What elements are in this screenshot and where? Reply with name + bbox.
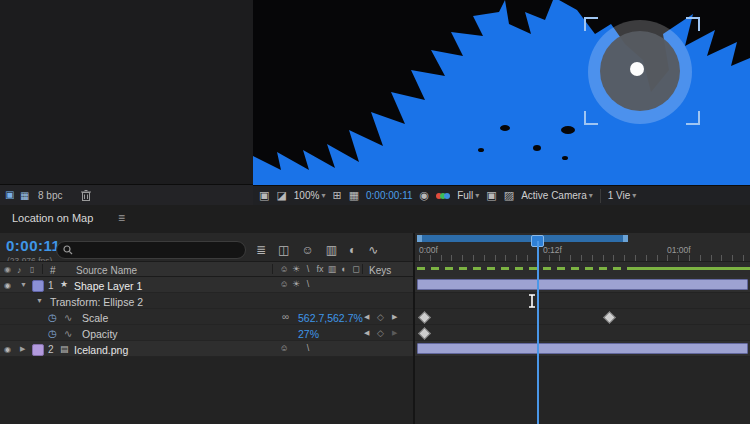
prev-keyframe-icon[interactable]: ◀ [364,313,369,321]
layer-duration-bar[interactable] [417,343,748,354]
shy-switch-icon[interactable]: ☺ [278,279,290,289]
search-icon [63,245,73,255]
layer-number-header[interactable]: # [50,265,56,276]
resolution-dropdown[interactable]: Full▾ [457,190,479,201]
opacity-value[interactable]: 27% [298,328,319,340]
graph-editor-icon[interactable]: ∿ [368,244,378,256]
shape-layer-icon: ★ [60,279,68,289]
header-3d-icon[interactable]: ◻ [350,264,362,274]
transparency-grid-icon[interactable]: ▨ [504,190,514,201]
snapshot-icon[interactable]: ◉ [420,190,430,201]
project-icon[interactable]: ▣ [5,190,14,200]
channels-icon[interactable] [436,193,450,199]
layer-name[interactable]: Iceland.png [74,344,128,356]
current-time-display[interactable]: 0:00:11 [6,237,60,254]
label-color-chip[interactable] [32,344,44,356]
panel-menu-icon[interactable]: ≡ [118,211,125,225]
track-row-shape-layer[interactable] [415,277,750,293]
header-collapse-icon[interactable]: ☀ [290,264,302,274]
header-shy-icon[interactable]: ☺ [278,264,290,274]
keyframe-diamond[interactable] [418,327,431,340]
switches-header: ☺ ☀ \ fx ▥ ◐ ◻ [278,264,362,274]
always-preview-icon[interactable]: ▣ [259,190,269,201]
scale-label[interactable]: Scale [82,312,108,324]
magnification-dropdown[interactable]: 100%▾ [294,190,326,201]
header-motion-blur-icon[interactable]: ◐ [338,264,350,274]
add-keyframe-icon[interactable]: ◇ [377,312,384,322]
transform-group-label[interactable]: Transform: Ellipse 2 [50,296,143,308]
tab-location-on-map[interactable]: Location on Map [12,212,93,224]
twirl-open-icon[interactable]: ▼ [20,281,27,288]
draft-3d-icon[interactable]: ◫ [278,244,289,256]
scale-value[interactable]: 562.7,562.7% [298,312,363,324]
track-row-transform[interactable] [415,293,750,309]
shy-switch-icon[interactable]: ☺ [278,343,290,353]
caret-down-icon: ▾ [632,191,636,200]
track-row-scale[interactable] [415,309,750,325]
layer-duration-bar[interactable] [417,279,748,290]
next-keyframe-icon[interactable]: ▶ [392,313,397,321]
layer-row-iceland[interactable]: ◉ ▶ 2 ▤ Iceland.png ☺ \ [0,341,413,357]
interpret-footage-icon[interactable]: ▦ [20,190,29,201]
motion-blur-icon[interactable]: ◐ [349,244,356,256]
region-of-interest-icon[interactable]: ⊞ [332,190,341,201]
frame-blending-icon[interactable]: ▥ [326,244,337,256]
main-viewer-icon[interactable]: ◪ [276,190,286,201]
collapse-switch-icon[interactable]: ☀ [290,279,302,289]
prev-keyframe-icon[interactable]: ◀ [364,329,369,337]
work-area-start-handle[interactable] [417,235,422,242]
opacity-property-row[interactable]: ◷ ∿ Opacity 27% ◀ ◇ ▶ [0,325,413,341]
work-area-end-handle[interactable] [623,235,628,242]
transform-group-row[interactable]: ▼ Transform: Ellipse 2 [0,293,413,309]
quality-switch-icon[interactable]: \ [302,343,314,353]
search-input[interactable] [78,244,232,257]
video-column-icon[interactable]: ◉ [4,265,11,274]
twirl-open-icon[interactable]: ▼ [36,297,43,304]
active-camera-dropdown[interactable]: Active Camera▾ [521,190,593,201]
search-box[interactable] [56,241,246,259]
layer-name[interactable]: Shape Layer 1 [74,280,142,292]
work-area-bar[interactable] [417,235,628,242]
mini-flowchart-icon[interactable]: ≣ [256,244,266,256]
current-time-indicator-line[interactable] [537,241,539,424]
header-quality-icon[interactable]: \ [302,264,314,274]
label-color-chip[interactable] [32,280,44,292]
constrain-proportions-icon[interactable]: ∞ [282,311,289,322]
track-row-opacity[interactable] [415,325,750,341]
timeline-toggle-bar: ≣ ◫ ☺ ▥ ◐ ∿ [256,241,378,259]
graph-toggle-icon[interactable]: ∿ [64,328,72,339]
quality-switch-icon[interactable]: \ [302,279,314,289]
eye-icon[interactable]: ◉ [4,345,11,354]
graph-toggle-icon[interactable]: ∿ [64,312,72,323]
track-row-iceland[interactable] [415,341,750,357]
composition-viewport[interactable] [253,0,750,185]
roi-secondary-icon[interactable]: ▣ [486,190,496,201]
twirl-closed-icon[interactable]: ▶ [20,345,25,353]
stopwatch-icon[interactable]: ◷ [48,328,57,339]
grid-guides-icon[interactable]: ▦ [349,190,359,201]
layer-row-shape-layer-1[interactable]: ◉ ▼ 1 ★ Shape Layer 1 ☺ ☀ \ [0,277,413,293]
timeline-empty-left [0,357,413,424]
header-frame-blend-icon[interactable]: ▥ [326,264,338,274]
footage-file-icon: ▤ [60,344,69,354]
layer-number: 1 [48,280,54,291]
next-keyframe-icon[interactable]: ▶ [392,329,397,337]
source-name-header[interactable]: Source Name [76,265,137,276]
time-ruler[interactable]: 0:00f 0:12f 01:00f [415,233,750,262]
header-fx-label[interactable]: fx [314,264,326,274]
stopwatch-icon[interactable]: ◷ [48,312,57,323]
bit-depth-button[interactable]: 8 bpc [38,190,62,201]
caret-down-icon: ▾ [589,191,593,200]
keyframe-diamond[interactable] [418,311,431,324]
viewer-timecode[interactable]: 0:00:00:11 [366,190,413,201]
trash-icon[interactable] [80,189,92,202]
lock-column-icon[interactable]: ▯ [30,265,34,274]
audio-column-icon[interactable]: ♪ [17,265,22,275]
add-keyframe-icon[interactable]: ◇ [377,328,384,338]
keyframe-diamond[interactable] [603,311,616,324]
shy-toggle-icon[interactable]: ☺ [301,244,313,256]
scale-property-row[interactable]: ◷ ∿ Scale ∞ 562.7,562.7% ◀ ◇ ▶ [0,309,413,325]
opacity-label[interactable]: Opacity [82,328,118,340]
eye-icon[interactable]: ◉ [4,281,11,290]
view-layout-dropdown[interactable]: 1 Vie▾ [608,190,637,201]
